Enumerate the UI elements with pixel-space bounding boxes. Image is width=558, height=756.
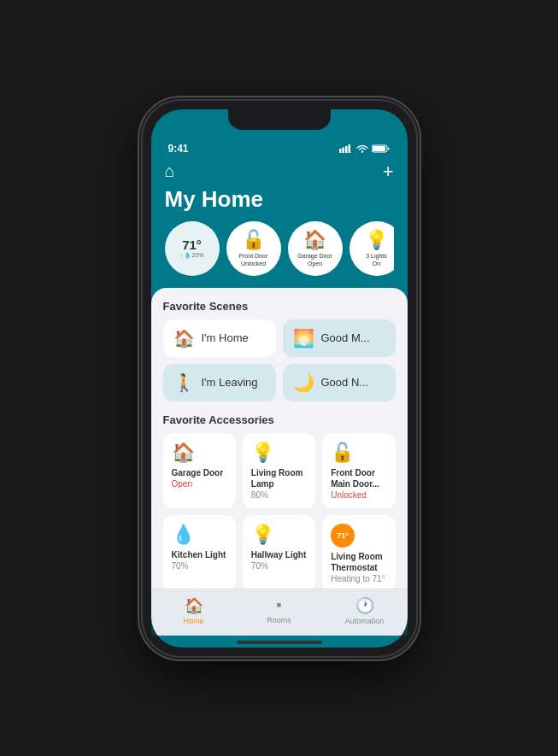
tab-automation-label: Automation <box>345 617 385 625</box>
humidity-value: 💧20% <box>184 252 203 259</box>
devices-scroll: 71° ↑ 💧20% 🔓 Front DoorUnlocked 🏠 <box>165 221 394 279</box>
im-home-icon: 🏠 <box>173 328 195 349</box>
acc-living-room-thermostat[interactable]: 71° Living Room Thermostat Heating to 71… <box>322 515 395 589</box>
thermostat-circle: 71° <box>331 524 355 548</box>
svg-rect-6 <box>373 146 385 151</box>
tab-rooms-icon: ▪ <box>276 596 281 614</box>
svg-rect-0 <box>339 149 342 153</box>
main-content: Favorite Scenes 🏠 I'm Home 🌅 Good M... 🚶 <box>151 288 408 648</box>
humidity-row: ↑ 💧20% <box>179 252 203 260</box>
tab-automation-icon: 🕐 <box>355 596 374 615</box>
hallway-light-status: 70% <box>251 561 268 571</box>
lights-bubble[interactable]: 💡 3 LightsOn <box>349 221 394 276</box>
acc-hallway-light[interactable]: 💡 Hallway Light 70% <box>243 515 315 589</box>
im-home-label: I'm Home <box>202 331 249 344</box>
hallway-light-icon: 💡 <box>251 524 274 546</box>
tab-bar: 🏠 Home ▪ Rooms 🕐 Automation <box>151 589 408 636</box>
acc-kitchen-light[interactable]: 💧 Kitchen Light 70% <box>163 515 236 589</box>
phone-frame: 9:41 <box>143 101 416 656</box>
front-door-acc-icon: 🔓 <box>331 442 354 464</box>
temp-bubble[interactable]: 71° ↑ 💧20% <box>165 221 220 276</box>
lamp-acc-status: 80% <box>251 490 268 500</box>
kitchen-light-name: Kitchen Light <box>172 549 226 560</box>
header-area: ⌂ + My Home 71° ↑ 💧20% <box>151 157 408 288</box>
tab-rooms[interactable]: ▪ Rooms <box>254 596 305 625</box>
scene-im-home[interactable]: 🏠 I'm Home <box>163 319 276 357</box>
tab-automation[interactable]: 🕐 Automation <box>339 596 391 625</box>
thermostat-acc-status: Heating to 71° <box>331 574 385 583</box>
svg-rect-2 <box>345 146 348 153</box>
battery-icon <box>372 144 391 153</box>
temp-value: 71° <box>182 237 202 252</box>
status-bar: 9:41 <box>151 133 408 157</box>
scenes-section-title: Favorite Scenes <box>163 300 396 313</box>
lights-icon: 💡 <box>365 229 388 251</box>
acc-garage-door[interactable]: 🏠 Garage Door Open <box>163 433 236 508</box>
acc-living-room-lamp[interactable]: 💡 Living Room Lamp 80% <box>243 433 315 508</box>
garage-acc-icon: 🏠 <box>172 442 195 464</box>
lock-open-icon: 🔓 <box>242 229 265 251</box>
garage-door-label: Garage DoorOpen <box>296 253 333 267</box>
im-leaving-icon: 🚶 <box>173 372 195 393</box>
garage-icon: 🏠 <box>303 229 326 251</box>
header-top: ⌂ + <box>165 161 394 183</box>
good-morning-label: Good M... <box>321 331 370 344</box>
thermostat-acc-name: Living Room Thermostat <box>331 551 386 573</box>
front-door-label: Front DoorUnlocked <box>238 253 269 267</box>
tab-home[interactable]: 🏠 Home <box>168 596 220 625</box>
kitchen-light-icon: 💧 <box>172 524 195 546</box>
page-title: My Home <box>165 186 394 213</box>
status-icons <box>339 144 391 153</box>
tab-home-icon: 🏠 <box>185 596 203 615</box>
lamp-acc-name: Living Room Lamp <box>251 467 307 489</box>
garage-acc-name: Garage Door <box>172 467 224 478</box>
add-button[interactable]: + <box>383 161 394 183</box>
garage-door-bubble[interactable]: 🏠 Garage DoorOpen <box>288 221 343 276</box>
front-door-acc-name: Front Door Main Door... <box>331 467 386 489</box>
up-arrow-icon: ↑ <box>179 252 183 260</box>
front-door-acc-status: Unlocked <box>331 490 367 500</box>
good-morning-icon: 🌅 <box>293 328 314 349</box>
good-night-label: Good N... <box>321 376 369 389</box>
scene-good-morning[interactable]: 🌅 Good M... <box>283 319 396 357</box>
content-area: Favorite Scenes 🏠 I'm Home 🌅 Good M... 🚶 <box>151 288 408 589</box>
accessories-section-title: Favorite Accessories <box>163 413 396 426</box>
svg-point-4 <box>361 150 362 152</box>
tab-rooms-label: Rooms <box>267 616 291 624</box>
lights-label: 3 LightsOn <box>364 253 389 267</box>
front-door-bubble[interactable]: 🔓 Front DoorUnlocked <box>226 221 281 276</box>
scene-im-leaving[interactable]: 🚶 I'm Leaving <box>163 364 276 401</box>
im-leaving-label: I'm Leaving <box>202 376 258 389</box>
lamp-acc-icon: 💡 <box>251 442 274 464</box>
svg-rect-1 <box>342 147 344 153</box>
status-time: 9:41 <box>168 143 189 155</box>
kitchen-light-status: 70% <box>172 561 189 571</box>
home-indicator <box>237 641 322 644</box>
notch <box>228 109 331 130</box>
wifi-icon <box>356 144 368 153</box>
hallway-light-name: Hallway Light <box>251 549 306 560</box>
svg-rect-3 <box>348 144 350 153</box>
phone-screen: 9:41 <box>151 109 408 648</box>
home-header-icon: ⌂ <box>165 161 175 181</box>
good-night-icon: 🌙 <box>293 372 314 393</box>
tab-home-label: Home <box>183 617 203 625</box>
garage-acc-status: Open <box>172 479 192 489</box>
acc-front-door[interactable]: 🔓 Front Door Main Door... Unlocked <box>322 433 395 508</box>
scenes-grid: 🏠 I'm Home 🌅 Good M... 🚶 I'm Leaving <box>163 319 396 401</box>
signal-icon <box>339 144 353 153</box>
scene-good-night[interactable]: 🌙 Good N... <box>283 364 396 401</box>
accessories-grid: 🏠 Garage Door Open 💡 Living Room Lamp 80… <box>163 433 396 589</box>
